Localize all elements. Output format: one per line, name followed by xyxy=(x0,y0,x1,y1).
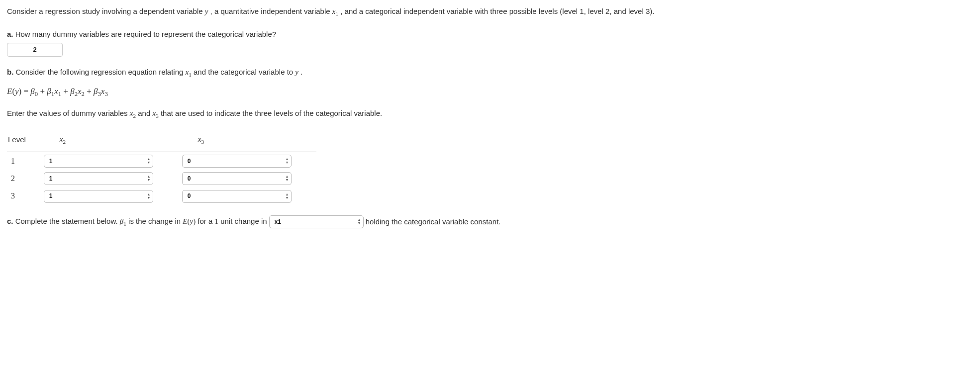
one: 1 xyxy=(215,217,219,225)
var-x1: x1 xyxy=(332,7,338,15)
instr-text-1: Enter the values of dummy variables xyxy=(7,109,130,117)
stepper-arrows-icon: ▴▾ xyxy=(148,193,150,200)
intro-text-2: , a quantitative independent variable xyxy=(210,7,332,15)
stepper-arrows-icon: ▴▾ xyxy=(358,218,360,225)
stepper-arrows-icon: ▴▾ xyxy=(286,175,288,182)
level-cell: 1 xyxy=(7,152,40,170)
col-header-x3: x3 xyxy=(178,130,316,152)
x3-stepper-row3[interactable]: 0▴▾ xyxy=(182,190,292,203)
part-c: c. Complete the statement below. β1 is t… xyxy=(7,215,973,229)
intro-paragraph: Consider a regression study involving a … xyxy=(7,5,973,19)
part-c-select[interactable]: x1 ▴▾ xyxy=(269,215,364,228)
part-c-text-4: unit change in xyxy=(220,217,267,225)
part-a: a. How many dummy variables are required… xyxy=(7,28,973,57)
E-of-y: E(y) xyxy=(183,217,196,225)
part-a-label: a. xyxy=(7,30,13,38)
var-y-b: y xyxy=(295,68,298,76)
intro-text-3: , and a categorical independent variable… xyxy=(340,7,654,15)
stepper-arrows-icon: ▴▾ xyxy=(286,193,288,200)
col-header-x2: x2 xyxy=(40,130,178,152)
part-c-text-5: holding the categorical variable constan… xyxy=(366,215,501,228)
level-cell: 3 xyxy=(7,187,40,204)
var-x2: x2 xyxy=(130,109,136,117)
part-c-text-3: for a xyxy=(197,217,214,225)
table-row: 2 1▴▾ 0▴▾ xyxy=(7,170,316,187)
part-b-question: b. Consider the following regression equ… xyxy=(7,66,973,80)
x3-stepper-row1[interactable]: 0▴▾ xyxy=(182,155,292,168)
level-cell: 2 xyxy=(7,170,40,187)
x3-stepper-row2[interactable]: 0▴▾ xyxy=(182,172,292,185)
table-row: 3 1▴▾ 0▴▾ xyxy=(7,187,316,204)
stepper-arrows-icon: ▴▾ xyxy=(286,158,288,165)
stepper-arrows-icon: ▴▾ xyxy=(148,175,150,182)
x2-stepper-row1[interactable]: 1▴▾ xyxy=(44,155,153,168)
var-y: y xyxy=(205,7,208,15)
part-b-text-3: . xyxy=(300,68,302,76)
part-a-answer-input[interactable]: 2 xyxy=(7,43,63,57)
x2-stepper-row3[interactable]: 1▴▾ xyxy=(44,190,153,203)
dummy-variable-table: Level x2 x3 1 1▴▾ 0▴▾ 2 1▴▾ 0▴▾ 3 1▴▾ 0▴… xyxy=(7,130,316,205)
part-c-text-1: Complete the statement below. xyxy=(15,217,120,225)
col-header-level: Level xyxy=(7,130,40,152)
instr-and: and xyxy=(138,109,152,117)
part-c-label: c. xyxy=(7,217,13,225)
x2-stepper-row2[interactable]: 1▴▾ xyxy=(44,172,153,185)
part-b-label: b. xyxy=(7,68,13,76)
var-x3: x3 xyxy=(152,109,158,117)
part-b-text-2: and the categorical variable to xyxy=(194,68,295,76)
var-x1-b: x1 xyxy=(186,68,192,76)
part-b-text-1: Consider the following regression equati… xyxy=(16,68,186,76)
beta1: β1 xyxy=(120,217,126,225)
part-b-instruction: Enter the values of dummy variables x2 a… xyxy=(7,107,973,121)
instr-text-2: that are used to indicate the three leve… xyxy=(161,109,382,117)
regression-equation: E(y) = β0 + β1x1 + β2x2 + β3x3 xyxy=(7,85,973,100)
part-a-question: a. How many dummy variables are required… xyxy=(7,28,973,41)
part-c-text-2: is the change in xyxy=(128,217,183,225)
stepper-arrows-icon: ▴▾ xyxy=(148,158,150,165)
part-a-question-text: How many dummy variables are required to… xyxy=(15,30,276,38)
intro-text-1: Consider a regression study involving a … xyxy=(7,7,205,15)
table-row: 1 1▴▾ 0▴▾ xyxy=(7,152,316,170)
